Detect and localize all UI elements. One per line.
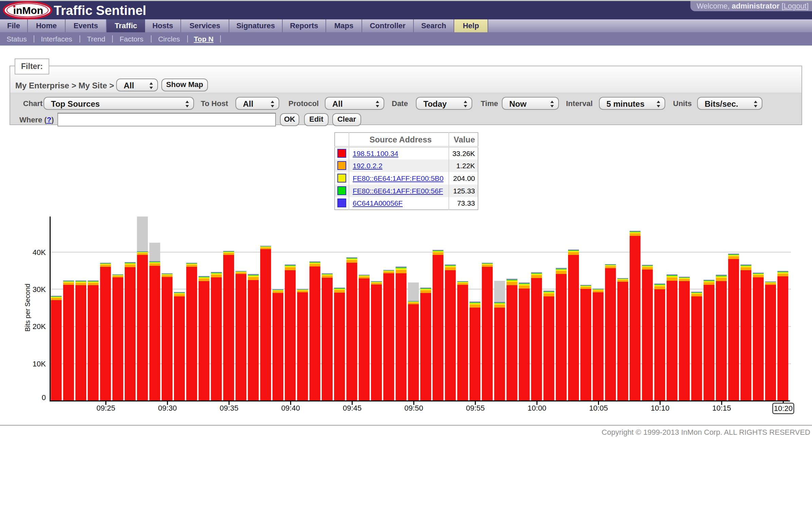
svg-text:10:20: 10:20 bbox=[774, 404, 793, 413]
svg-text:Bits per Second: Bits per Second bbox=[24, 283, 31, 331]
svg-text:09:55: 09:55 bbox=[466, 404, 485, 412]
svg-text:30K: 30K bbox=[33, 285, 46, 294]
svg-text:20K: 20K bbox=[33, 322, 46, 331]
svg-text:10:00: 10:00 bbox=[528, 404, 546, 412]
svg-text:10:10: 10:10 bbox=[651, 404, 669, 412]
svg-text:10:05: 10:05 bbox=[589, 404, 608, 412]
svg-text:09:45: 09:45 bbox=[343, 404, 361, 412]
svg-text:09:30: 09:30 bbox=[158, 404, 177, 412]
svg-text:09:25: 09:25 bbox=[96, 404, 115, 412]
svg-text:09:50: 09:50 bbox=[404, 404, 423, 412]
svg-text:10:15: 10:15 bbox=[712, 404, 731, 412]
svg-text:10K: 10K bbox=[33, 360, 46, 368]
svg-text:0: 0 bbox=[42, 393, 46, 402]
svg-text:40K: 40K bbox=[33, 248, 46, 257]
svg-text:09:35: 09:35 bbox=[220, 404, 239, 412]
svg-text:09:40: 09:40 bbox=[281, 404, 300, 412]
svg-text:ınMon: ınMon bbox=[13, 5, 43, 16]
